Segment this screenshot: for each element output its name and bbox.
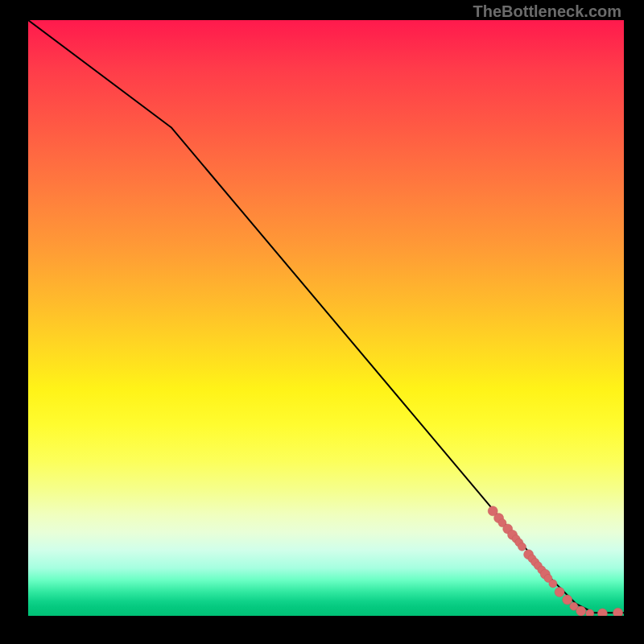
chart-svg — [28, 20, 624, 616]
chart-marker — [576, 606, 586, 616]
chart-marker — [555, 587, 564, 597]
plot-area — [28, 20, 624, 616]
chart-marker — [518, 543, 526, 551]
chart-marker — [563, 595, 572, 605]
chart-marker — [613, 608, 623, 616]
chart-marker — [597, 609, 607, 616]
chart-frame: TheBottleneck.com — [0, 0, 644, 644]
chart-marker — [586, 609, 594, 616]
chart-markers — [488, 506, 622, 616]
watermark-text: TheBottleneck.com — [473, 2, 621, 21]
chart-marker — [549, 580, 557, 588]
chart-line — [28, 20, 624, 613]
